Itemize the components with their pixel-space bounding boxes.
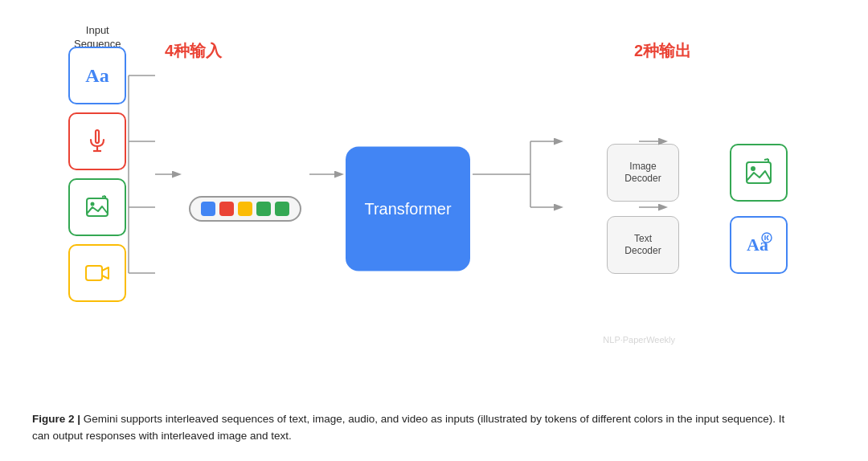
svg-rect-8 <box>747 162 771 183</box>
watermark: NLP·PaperWeekly <box>603 335 675 345</box>
output-image-icon <box>744 158 773 187</box>
token-green1 <box>256 202 271 216</box>
main-container: Input Sequence 4种输入 2种输出 Aa <box>0 0 868 461</box>
label-2-outputs: 2种输出 <box>634 40 691 62</box>
token-strip <box>189 196 301 222</box>
label-4-inputs: 4种输入 <box>165 40 222 62</box>
svg-rect-3 <box>87 198 108 216</box>
input-box-video <box>68 244 126 302</box>
token-yellow <box>238 202 252 216</box>
output-column: Aa <box>730 144 788 274</box>
svg-point-4 <box>91 202 95 206</box>
svg-point-9 <box>751 166 755 171</box>
input-box-image <box>68 178 126 236</box>
input-box-audio <box>68 112 126 170</box>
caption-text: Gemini supports interleaved sequences of… <box>32 413 784 443</box>
figure-label: Figure 2 | <box>32 413 80 425</box>
decoder-column: ImageDecoder TextDecoder <box>607 144 679 274</box>
svg-rect-0 <box>96 130 99 143</box>
svg-line-6 <box>102 196 105 197</box>
svg-rect-7 <box>86 266 102 280</box>
svg-line-11 <box>764 159 768 160</box>
text-aa-icon: Aa <box>85 65 108 87</box>
figure-caption: Figure 2 | Gemini supports interleaved s… <box>32 410 804 445</box>
text-decoder-box: TextDecoder <box>607 216 679 274</box>
input-column: Aa <box>68 47 126 302</box>
text-decoder-label: TextDecoder <box>624 233 661 258</box>
image-decoder-box: ImageDecoder <box>607 144 679 202</box>
token-blue <box>201 202 215 216</box>
image-decoder-label: ImageDecoder <box>624 161 661 186</box>
diagram-area: Input Sequence 4种输入 2种输出 Aa <box>32 16 836 402</box>
image-icon <box>84 194 110 220</box>
token-green2 <box>275 202 289 216</box>
output-text-icon: Aa <box>743 230 774 260</box>
transformer-box: Transformer <box>346 147 470 271</box>
audio-icon <box>84 129 110 154</box>
transformer-label: Transformer <box>364 200 451 218</box>
input-box-text: Aa <box>68 47 126 104</box>
output-box-image <box>730 144 788 202</box>
video-icon <box>84 260 110 286</box>
token-red <box>219 202 234 216</box>
output-box-text: Aa <box>730 216 788 274</box>
